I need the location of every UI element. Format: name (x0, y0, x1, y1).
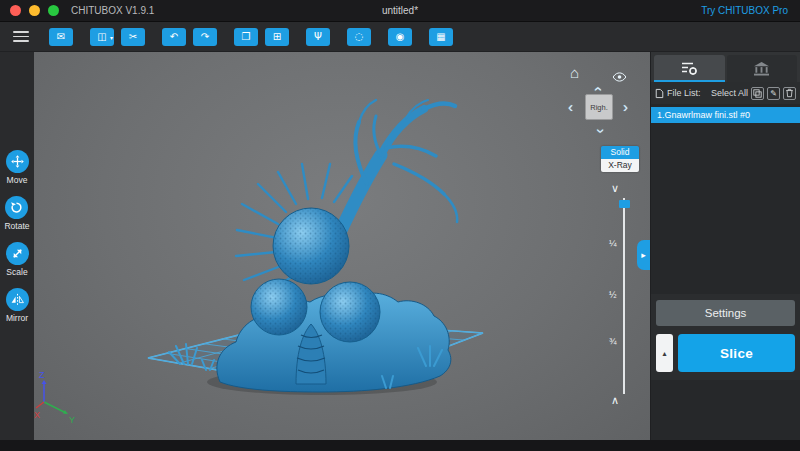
axis-y-label: Y (69, 415, 75, 425)
open-file-icon: ✉ (57, 31, 65, 42)
file-doc-icon (655, 88, 664, 99)
trash-icon (785, 88, 794, 98)
slider-mark-quarter: ¼ (609, 238, 617, 248)
move-label: Move (7, 175, 28, 185)
visibility-eye-icon[interactable] (612, 68, 627, 86)
scale-label: Scale (6, 267, 27, 277)
mirror-icon (6, 288, 29, 311)
menu-hamburger-icon[interactable] (13, 31, 29, 42)
close-window-button[interactable] (10, 5, 21, 16)
undo-button[interactable]: ↶ (162, 28, 186, 46)
display-mode-toggle: Solid X-Ray (601, 146, 639, 172)
clip-slider-bottom-icon[interactable]: ∧ (611, 394, 619, 407)
slice-button[interactable]: Slice (678, 334, 795, 372)
home-view-icon[interactable]: ⌂ (570, 64, 579, 81)
slider-mark-three-quarter: ¾ (609, 336, 617, 346)
capture-button[interactable]: ✂ (121, 28, 145, 46)
app-window: CHITUBOX V1.9.1 untitled* Try CHITUBOX P… (0, 0, 800, 451)
select-all-button[interactable]: Select All (711, 88, 748, 98)
minimize-window-button[interactable] (29, 5, 40, 16)
move-icon (6, 150, 29, 173)
clip-slider-top-icon[interactable]: ∨ (611, 182, 619, 195)
main-toolbar: ✉ ◫▾ ✂ ↶ ↷ ❐ ⊞ Ψ ◌ ◉ ▦ (0, 22, 800, 52)
scale-tool[interactable]: Scale (6, 242, 29, 277)
support-button[interactable]: Ψ (306, 28, 330, 46)
viewport-3d[interactable]: Z Y X ⌂ ‹ ‹ Righ. › ‹ Solid X-Ray ∨ (34, 52, 650, 440)
panel-collapse-handle[interactable]: ▸ (637, 240, 650, 270)
rotate-tool[interactable]: Rotate (4, 196, 29, 231)
redo-icon: ↷ (201, 31, 209, 42)
rotate-label: Rotate (4, 221, 29, 231)
mirror-label: Mirror (6, 313, 28, 323)
panel-handle-arrow-icon: ▸ (641, 250, 646, 260)
left-tool-rail: Move Rotate Scale Mirror (0, 52, 34, 440)
file-list-header: File List: Select All ✎ (651, 82, 800, 104)
settings-button[interactable]: Settings (656, 300, 795, 326)
clip-slider-track[interactable] (623, 198, 625, 394)
toolbox-button[interactable]: ▦ (429, 28, 453, 46)
title-bar: CHITUBOX V1.9.1 untitled* Try CHITUBOX P… (0, 0, 800, 22)
scene-canvas[interactable]: Z Y X (34, 52, 650, 440)
select-all-checkbox-button[interactable] (751, 87, 764, 100)
delete-file-button[interactable] (783, 87, 796, 100)
capture-icon: ✂ (129, 31, 137, 42)
app-title: CHITUBOX V1.9.1 (71, 5, 154, 16)
undo-icon: ↶ (170, 31, 178, 42)
hollow-icon: ◌ (355, 31, 364, 42)
try-pro-link[interactable]: Try CHITUBOX Pro (701, 5, 788, 16)
file-list-label: File List: (667, 88, 701, 98)
axis-z-label: Z (39, 370, 45, 380)
redo-button[interactable]: ↷ (193, 28, 217, 46)
mode-solid-button[interactable]: Solid (601, 146, 639, 159)
axes-indicator: Z Y X (34, 370, 75, 425)
tab-file-settings[interactable] (654, 55, 725, 82)
zoom-window-button[interactable] (48, 5, 59, 16)
clone-icon: ❐ (242, 31, 251, 42)
clip-slider[interactable]: ¼ ½ ¾ (617, 198, 631, 394)
slice-expand-button[interactable]: ▴ (656, 334, 673, 372)
view-cube[interactable]: Righ. (585, 94, 613, 120)
slider-mark-half: ½ (609, 290, 617, 300)
auto-layout-button[interactable]: ⊞ (265, 28, 289, 46)
rename-button[interactable]: ✎ (767, 87, 780, 100)
open-file-button[interactable]: ✉ (49, 28, 73, 46)
clip-slider-handle[interactable] (619, 200, 630, 208)
axis-x-label: X (34, 410, 40, 420)
copy-icon (753, 89, 762, 98)
document-title: untitled* (382, 5, 418, 16)
rotate-view-down-icon[interactable]: ‹ (592, 129, 606, 134)
window-controls (10, 5, 59, 16)
tab-resin-profiles[interactable] (727, 55, 798, 82)
move-tool[interactable]: Move (6, 150, 29, 185)
slice-row: ▴ Slice (656, 334, 795, 372)
toolbox-icon: ▦ (436, 31, 445, 42)
profile-library-icon (753, 61, 770, 76)
file-list-item-selected[interactable]: 1.Gnawrlmaw fini.stl #0 (651, 107, 800, 123)
save-button[interactable]: ◫▾ (90, 28, 114, 46)
support-icon: Ψ (314, 31, 322, 42)
dig-hole-button[interactable]: ◉ (388, 28, 412, 46)
save-icon: ◫ (97, 31, 106, 42)
hollow-button[interactable]: ◌ (347, 28, 371, 46)
slice-expand-arrow-icon: ▴ (662, 349, 666, 358)
dig-hole-icon: ◉ (396, 31, 405, 42)
file-list: 1.Gnawrlmaw fini.stl #0 (651, 104, 800, 294)
bottom-status-bar (0, 440, 800, 451)
rotate-view-right-icon[interactable]: › (623, 100, 628, 114)
mirror-tool[interactable]: Mirror (6, 288, 29, 323)
list-settings-icon (680, 60, 698, 76)
mode-xray-button[interactable]: X-Ray (601, 159, 639, 172)
scale-icon (6, 242, 29, 265)
rotate-view-left-icon[interactable]: ‹ (568, 100, 573, 114)
right-panel: File List: Select All ✎ 1.Gnawrlmaw fini… (650, 52, 800, 440)
right-panel-tabs (651, 52, 800, 82)
auto-layout-icon: ⊞ (273, 31, 281, 42)
edit-icon: ✎ (770, 88, 777, 99)
rotate-view-up-icon[interactable]: ‹ (592, 87, 606, 92)
save-caret-icon: ▾ (110, 29, 113, 47)
panel-bottom-spacer (651, 380, 800, 440)
rotate-icon (5, 196, 28, 219)
clone-button[interactable]: ❐ (234, 28, 258, 46)
